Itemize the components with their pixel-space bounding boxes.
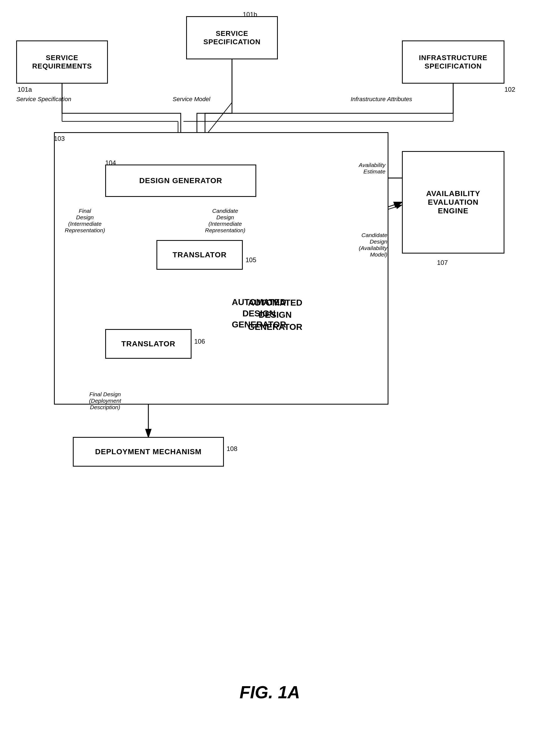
candidate-design-availability-label: Candidate Design (Availability Model) (359, 232, 387, 258)
infrastructure-specification-label: INFRASTRUCTURE SPECIFICATION (419, 54, 488, 70)
translator-106-label: TRANSLATOR (121, 339, 175, 348)
ref-108: 108 (226, 445, 237, 453)
service-specification-path-label: Service Specification (16, 96, 71, 103)
final-design-intermediate-label: Final Design (Intermediate Representatio… (65, 208, 105, 233)
ref-103: 103 (54, 135, 65, 143)
ref-101b: 101b (243, 11, 257, 18)
service-requirements-label: SERVICE REQUIREMENTS (32, 54, 92, 70)
ref-107: 107 (437, 259, 448, 266)
availability-estimate-label: Availability Estimate (359, 162, 386, 175)
translator-106-box: TRANSLATOR (105, 329, 192, 359)
final-design-deployment-label: Final Design (Deployment Description) (89, 391, 121, 411)
deployment-mechanism-box: DEPLOYMENT MECHANISM (73, 437, 224, 467)
deployment-mechanism-label: DEPLOYMENT MECHANISM (95, 447, 202, 456)
design-generator-label: DESIGN GENERATOR (139, 176, 222, 185)
figure-label: FIG. 1A (189, 682, 351, 702)
diagram: AUTOMATED DESIGN GENERATOR 103 SERVICE R… (0, 0, 560, 742)
ref-106: 106 (194, 338, 205, 345)
candidate-design-intermediate-label: Candidate Design (Intermediate Represent… (205, 208, 245, 233)
service-specification-label: SERVICE SPECIFICATION (203, 30, 261, 46)
service-model-label: Service Model (173, 96, 210, 103)
availability-evaluation-label: AVAILABILITY EVALUATION ENGINE (426, 189, 480, 215)
ref-102: 102 (504, 86, 515, 93)
ref-104: 104 (105, 159, 116, 167)
design-generator-box: DESIGN GENERATOR (105, 164, 256, 197)
translator-105-label: TRANSLATOR (173, 251, 226, 259)
service-specification-box: SERVICE SPECIFICATION (186, 16, 278, 59)
infrastructure-attributes-label: Infrastructure Attributes (351, 96, 412, 103)
ref-105: 105 (246, 256, 256, 264)
ref-101a: 101a (17, 86, 32, 93)
availability-evaluation-box: AVAILABILITY EVALUATION ENGINE (402, 151, 504, 254)
adg-inner-label: AUTOMATED DESIGN GENERATOR (221, 297, 329, 333)
translator-105-box: TRANSLATOR (156, 240, 243, 270)
service-requirements-box: SERVICE REQUIREMENTS (16, 41, 108, 84)
infrastructure-specification-box: INFRASTRUCTURE SPECIFICATION (402, 41, 504, 84)
